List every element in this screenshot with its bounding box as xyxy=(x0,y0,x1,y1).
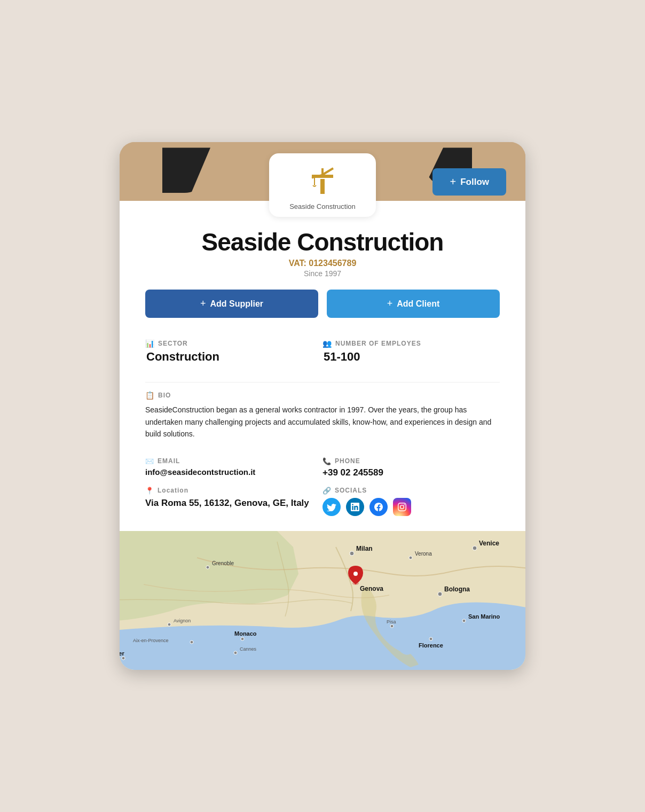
svg-text:Cannes: Cannes xyxy=(240,646,257,652)
company-profile-card: Seaside Construction + Follow Seaside Co… xyxy=(120,142,525,669)
action-buttons-row: + Add Supplier + Add Client xyxy=(145,290,500,318)
svg-text:Grenoble: Grenoble xyxy=(212,560,234,566)
twitter-icon[interactable] xyxy=(322,498,341,516)
phone-label: 📞 PHONE xyxy=(322,457,500,465)
logo-card: Seaside Construction xyxy=(269,153,376,217)
bio-text: SeasideConstruction began as a general w… xyxy=(145,404,500,440)
svg-point-18 xyxy=(438,592,442,596)
svg-rect-0 xyxy=(320,179,325,194)
add-supplier-button[interactable]: + Add Supplier xyxy=(145,290,318,318)
location-block: 📍 Location Via Roma 55, 16132, Genova, G… xyxy=(145,482,322,520)
svg-point-37 xyxy=(429,637,432,641)
svg-point-10 xyxy=(409,556,412,559)
email-label: ✉️ EMAIL xyxy=(145,457,322,465)
svg-point-35 xyxy=(462,619,466,622)
svg-point-29 xyxy=(234,651,237,654)
location-value: Via Roma 55, 16132, Genova, GE, Italy xyxy=(145,497,322,510)
svg-point-12 xyxy=(473,546,477,550)
sector-label: 📊 SECTOR xyxy=(145,339,322,348)
svg-text:San Marino: San Marino xyxy=(468,613,500,620)
svg-text:Monaco: Monaco xyxy=(234,630,257,637)
sector-employees-grid: 📊 SECTOR Construction 👥 NUMBER OF EMPLOY… xyxy=(145,333,500,370)
svg-point-16 xyxy=(206,566,209,569)
social-icons-row xyxy=(322,498,500,516)
location-label: 📍 Location xyxy=(145,487,322,495)
sector-value: Construction xyxy=(145,350,322,364)
svg-point-22 xyxy=(353,572,358,576)
email-block: ✉️ EMAIL info@seasidecontstruction.it xyxy=(145,453,322,482)
follow-label: Follow xyxy=(460,177,489,188)
socials-block: 🔗 SOCIALS xyxy=(322,482,500,520)
follow-button[interactable]: + Follow xyxy=(432,168,506,196)
plus-icon: + xyxy=(450,176,456,188)
add-supplier-label: Add Supplier xyxy=(210,299,263,309)
bio-section: 📋 BIO SeasideConstruction began as a gen… xyxy=(145,382,500,447)
sector-icon: 📊 xyxy=(145,339,155,348)
employees-block: 👥 NUMBER OF EMPLOYES 51-100 xyxy=(322,333,500,370)
vat-number: VAT: 0123456789 xyxy=(145,259,500,268)
share-icon: 🔗 xyxy=(322,487,332,495)
phone-value: +39 02 245589 xyxy=(322,467,500,478)
svg-text:Montpellier: Montpellier xyxy=(120,650,124,657)
follow-button-wrapper: + Follow xyxy=(432,168,506,196)
location-icon: 📍 xyxy=(145,487,154,495)
employees-value: 51-100 xyxy=(322,350,500,364)
svg-line-2 xyxy=(322,168,333,175)
svg-text:Bologna: Bologna xyxy=(444,585,470,593)
svg-point-8 xyxy=(350,551,354,556)
svg-text:Avignon: Avignon xyxy=(174,618,191,623)
instagram-icon[interactable] xyxy=(393,498,411,516)
supplier-plus-icon: + xyxy=(200,298,206,309)
svg-text:Verona: Verona xyxy=(415,551,432,557)
logo-company-label: Seaside Construction xyxy=(278,202,367,210)
client-plus-icon: + xyxy=(387,298,393,309)
map-container: Milan Verona Venice Trieste Grenoble xyxy=(120,531,525,670)
svg-text:Genova: Genova xyxy=(360,585,383,592)
svg-text:Milan: Milan xyxy=(356,545,373,552)
svg-text:Pisa: Pisa xyxy=(387,619,396,624)
sector-block: 📊 SECTOR Construction xyxy=(145,333,322,370)
card-body: Seaside Construction VAT: 0123456789 Sin… xyxy=(120,201,525,669)
svg-rect-5 xyxy=(321,168,324,175)
employees-icon: 👥 xyxy=(322,339,332,348)
email-icon: ✉️ xyxy=(145,457,154,465)
contact-grid: ✉️ EMAIL info@seasidecontstruction.it 📞 … xyxy=(145,453,500,531)
svg-text:Florence: Florence xyxy=(419,642,443,649)
phone-icon: 📞 xyxy=(322,457,332,465)
facebook-icon[interactable] xyxy=(369,498,388,516)
svg-point-25 xyxy=(190,641,193,644)
svg-point-27 xyxy=(241,637,244,641)
socials-label: 🔗 SOCIALS xyxy=(322,487,500,495)
phone-block: 📞 PHONE +39 02 245589 xyxy=(322,453,500,482)
bio-label: 📋 BIO xyxy=(145,391,500,400)
svg-point-31 xyxy=(122,657,125,660)
svg-text:Aix-en-Provence: Aix-en-Provence xyxy=(133,638,169,643)
employees-label: 👥 NUMBER OF EMPLOYES xyxy=(322,339,500,348)
company-logo-icon xyxy=(278,163,367,199)
company-name: Seaside Construction xyxy=(145,228,500,256)
linkedin-icon[interactable] xyxy=(346,498,364,516)
header-background: Seaside Construction + Follow xyxy=(120,142,525,201)
bio-icon: 📋 xyxy=(145,391,155,400)
email-value: info@seasidecontstruction.it xyxy=(145,467,322,477)
add-client-label: Add Client xyxy=(397,299,439,309)
svg-point-23 xyxy=(168,623,171,626)
svg-text:Venice: Venice xyxy=(479,540,499,547)
svg-point-33 xyxy=(390,624,394,628)
add-client-button[interactable]: + Add Client xyxy=(327,290,500,318)
founding-year: Since 1997 xyxy=(145,269,500,278)
map-svg: Milan Verona Venice Trieste Grenoble xyxy=(120,531,525,670)
